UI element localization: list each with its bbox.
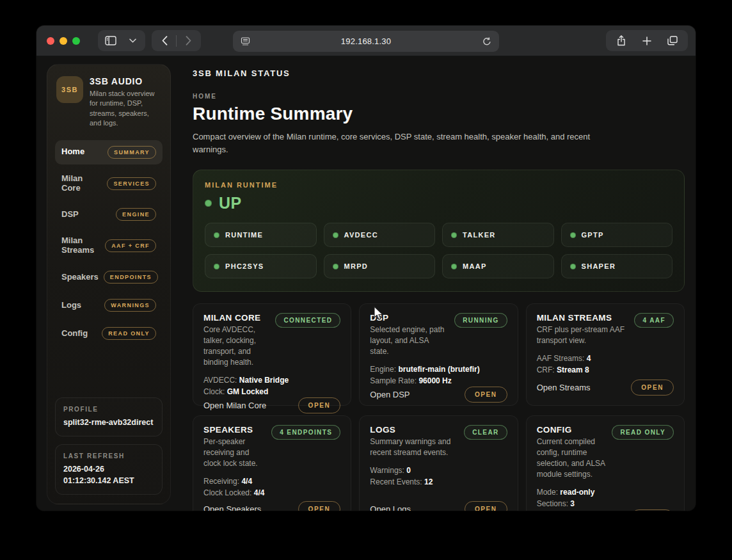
open-config-button[interactable]: OPEN [631,509,674,511]
sidebar-header: 3SB 3SB AUDIO Milan stack overview for r… [56,76,161,129]
card-title: CONFIG [537,425,607,435]
sidebar-toggle-group [98,30,145,51]
status-dot-icon [214,264,219,269]
service-chip-maap: MAAP [442,254,554,278]
sidebar-item-dsp[interactable]: DSP ENGINE [55,202,163,227]
chevron-down-icon[interactable] [125,33,140,49]
sidebar-badge-dsp: ENGINE [116,208,156,221]
status-dot-icon [451,232,457,238]
toolbar-right-group [606,30,688,51]
last-refresh-label: LAST REFRESH [63,452,154,460]
minimize-window-button[interactable] [60,37,67,45]
address-bar[interactable]: 192.168.1.30 [233,31,499,52]
site-settings-icon[interactable] [239,34,251,49]
open-logs-link[interactable]: Open Logs [370,504,411,511]
last-refresh-time: 01:12:30.142 AEST [63,475,154,486]
open-speakers-button[interactable]: OPEN [298,501,341,511]
service-chip-mrpd: MRPD [324,254,436,278]
runtime-status-text: UP [219,194,242,212]
sidebar-toggle-icon[interactable] [103,33,118,49]
back-button[interactable] [157,33,172,49]
app-logo: 3SB [56,76,83,103]
open-streams-button[interactable]: OPEN [631,380,674,396]
logs-card: LOGS Summary warnings and recent streamd… [359,415,518,511]
card-title: DSP [370,313,449,323]
dsp-card: DSP Selected engine, path layout, and AL… [359,303,518,406]
browser-toolbar: 192.168.1.30 [36,26,696,56]
sidebar-badge-milan-streams: AAF + CRF [105,239,156,252]
tab-overview-icon[interactable] [665,33,680,49]
card-title: MILAN CORE [203,313,270,323]
milan-core-card: MILAN CORE Core AVDECC, talker, clocking… [193,303,351,406]
close-window-button[interactable] [47,37,54,45]
runtime-status: UP [205,194,672,212]
status-dot-icon [205,200,212,207]
sidebar-item-home[interactable]: Home SUMMARY [55,140,163,164]
reload-icon[interactable] [481,34,493,49]
service-chip-shaper: SHAPER [561,254,673,278]
desktop-background: 192.168.1.30 [0,0,732,560]
status-badge: 4 ENDPOINTS [271,425,340,440]
milan-runtime-card: MILAN RUNTIME UP RUNTIME AVDECC [193,170,685,292]
sidebar-item-milan-core[interactable]: Milan Core SERVICES [55,168,163,199]
url-text: 192.168.1.30 [251,36,481,46]
sidebar-description: Milan stack overview for runtime, DSP, s… [90,89,161,129]
summary-card-grid: MILAN CORE Core AVDECC, talker, clocking… [193,303,685,511]
card-description: Per-speaker receiving and clock lock sta… [203,436,266,469]
sidebar-item-milan-streams[interactable]: Milan Streams AAF + CRF [55,230,163,261]
status-badge: READ ONLY [612,425,674,440]
main-panel: 3SB MILAN STATUS HOME Runtime Summary Co… [193,56,685,511]
breadcrumb: HOME [193,93,685,100]
open-streams-link[interactable]: Open Streams [537,383,591,392]
card-description: Core AVDECC, talker, clocking, transport… [203,324,270,368]
new-tab-icon[interactable] [639,33,655,49]
card-description: Summary warnings and recent streamd even… [370,436,459,458]
sidebar-badge-speakers: ENDPOINTS [104,271,158,284]
status-dot-icon [570,232,576,238]
card-description: CRF plus per-stream AAF transport view. [537,324,630,346]
page-title: Runtime Summary [193,104,685,124]
status-badge: RUNNING [454,313,507,328]
sidebar-badge-milan-core: SERVICES [107,177,156,190]
sidebar-title: 3SB AUDIO [90,76,161,86]
card-title: LOGS [370,425,459,435]
sidebar: 3SB 3SB AUDIO Milan stack overview for r… [47,64,171,504]
browser-window: 192.168.1.30 [36,26,696,511]
open-logs-button[interactable]: OPEN [465,501,507,511]
speakers-card: SPEAKERS Per-speaker receiving and clock… [193,415,351,511]
toolbar-divider [176,35,177,47]
card-description: Current compiled config, runtime selecti… [537,436,607,480]
app-header-title: 3SB MILAN STATUS [193,68,685,78]
status-badge: 4 AAF [634,313,674,328]
service-chip-avdecc: AVDECC [324,223,436,247]
page-description: Compact overview of the Milan runtime, c… [193,131,593,156]
share-icon[interactable] [614,33,629,49]
milan-runtime-label: MILAN RUNTIME [205,181,672,189]
open-dsp-button[interactable]: OPEN [465,387,507,403]
service-chip-runtime: RUNTIME [205,223,317,247]
milan-streams-card: MILAN STREAMS CRF plus per-stream AAF tr… [526,303,685,406]
forward-button[interactable] [180,33,196,49]
card-title: SPEAKERS [203,425,266,435]
status-dot-icon [333,232,338,238]
profile-value: split32-rme-avb32direct [63,417,154,428]
open-speakers-link[interactable]: Open Speakers [203,504,261,511]
status-dot-icon [451,264,457,269]
zoom-window-button[interactable] [72,37,80,45]
sidebar-item-config[interactable]: Config READ ONLY [55,321,163,346]
status-badge: CONNECTED [275,313,340,328]
profile-box: PROFILE split32-rme-avb32direct [55,397,163,436]
open-dsp-link[interactable]: Open DSP [370,390,410,399]
sidebar-item-speakers[interactable]: Speakers ENDPOINTS [55,265,163,289]
sidebar-item-logs[interactable]: Logs WARNINGS [55,293,163,317]
sidebar-nav: Home SUMMARY Milan Core SERVICES DSP ENG… [55,140,163,346]
history-nav-group [152,30,201,51]
traffic-lights [44,37,83,45]
status-dot-icon [333,264,338,269]
open-milan-core-button[interactable]: OPEN [298,397,341,413]
status-dot-icon [570,264,576,269]
sidebar-badge-logs: WARNINGS [104,299,156,312]
open-milan-core-link[interactable]: Open Milan Core [203,401,266,410]
service-chip-talker: TALKER [442,223,554,247]
service-chip-gptp: GPTP [561,223,673,247]
